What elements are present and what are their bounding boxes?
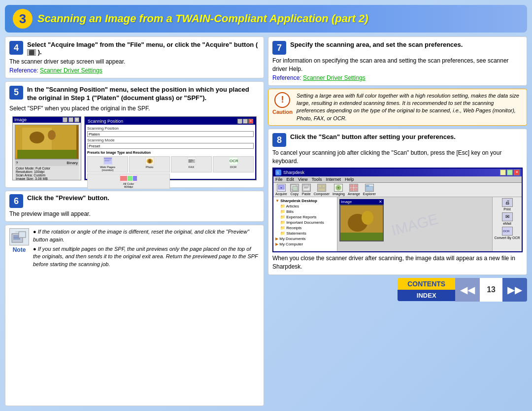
watermark-svg: IMAGE [387,200,485,249]
ocr-convert-icon: OCR [502,227,513,236]
step7-reference-link[interactable]: Scanner Driver Settings [303,74,366,81]
page-number: 13 [480,278,502,302]
svg-rect-42 [318,185,322,188]
sharpdesk-close[interactable]: ✕ [514,170,520,175]
sd-minimize[interactable]: _ [237,119,242,124]
step7-header: 7 Specify the scanning area, and set the… [272,41,523,55]
panel-print[interactable]: 🖨 Print [494,198,521,211]
svg-text:S: S [276,171,279,175]
sharpdesk-body: ▼ Sharpdesk Desktop 📁 Articles 📁 Bills 📁… [273,197,522,251]
photo-svg [145,157,154,165]
svg-rect-9 [104,161,109,161]
toolbar-composer[interactable]: Composer [314,184,330,196]
menu-edit[interactable]: Edit [287,177,295,182]
svg-rect-51 [350,188,353,191]
scan-icon-photo[interactable]: Photo [129,156,170,172]
svg-rect-16 [189,161,194,161]
menu-tools[interactable]: Tools [311,177,322,182]
toolbar-paste[interactable]: Paste [302,184,311,196]
index-button[interactable]: INDEX [398,290,455,301]
svg-rect-3 [17,150,76,159]
svg-rect-6 [104,159,112,164]
sharpdesk-titlebar: S Sharpdesk _ □ ✕ [273,169,522,176]
step6-desc: The preview image will appear. [9,210,260,218]
sidebar-my-computer[interactable]: ▶ My Computer [274,241,336,247]
scan-icon-ocr[interactable]: OCR OCR [213,156,254,172]
toolbar-acquire[interactable]: Acquire [275,184,287,196]
svg-rect-15 [189,160,193,160]
menu-internet[interactable]: Internet [326,177,341,182]
ocr-svg: OCR [229,157,238,165]
preview-content: ? Binary Color Mode: Full Color Resoluti… [13,123,81,180]
svg-rect-23 [133,176,137,181]
position-input[interactable]: Platen [87,131,254,137]
mode-input[interactable]: Preset [87,143,254,149]
acquire-icon [277,184,286,192]
sharpdesk-main-area: Image ✕ [337,197,492,251]
scan-icon-allcolor[interactable]: All Color600dpi [87,173,170,189]
prev-page-button[interactable]: ◀◀ [455,278,480,302]
sidebar-articles[interactable]: 📁 Articles [274,204,336,209]
fax-svg [187,157,196,165]
sidebar-bills[interactable]: 📁 Bills [274,209,336,214]
svg-rect-52 [354,188,357,191]
step8-header: 8 Click the "Scan" button after setting … [272,133,523,147]
right-column: 7 Specify the scanning area, and set the… [268,36,527,406]
step7-number: 7 [272,41,286,55]
step4-desc: The scanner driver setup screen will app… [9,58,260,66]
svg-text:OCR: OCR [230,159,238,163]
toolbar-imaging[interactable]: Imaging [332,184,345,196]
sharpdesk-icon: S [275,170,281,175]
sidebar-important-docs[interactable]: 📁 Important Documents [274,220,336,225]
step8-title: Click the "Scan" button after setting yo… [290,133,456,141]
sharpdesk-menubar: File Edit View Tools Internet Help [273,176,522,183]
mode-label: Scanning Mode [87,138,254,142]
next-page-button[interactable]: ▶▶ [502,278,527,302]
svg-rect-7 [104,158,112,159]
scan-icon-webpages[interactable]: Web Pages(monitor) [87,156,128,172]
sidebar-expense-reports[interactable]: 📁 Expense Reports [274,214,336,220]
menu-view[interactable]: View [298,177,307,182]
svg-rect-59 [340,233,384,241]
panel-email[interactable]: ✉ eMail [494,212,521,225]
scan-icon-fax[interactable]: FAX [171,156,212,172]
maximize-btn[interactable]: □ [68,117,73,122]
toolbar-arrange[interactable]: Arrange [348,184,360,196]
note-icon-area: Note [9,228,29,403]
sd-close[interactable]: ✕ [248,119,253,124]
toolbar-explorer[interactable]: Explorer [363,184,376,196]
panel-convert-ocr[interactable]: OCR Convert By OCR [494,227,521,240]
toolbar-copy[interactable]: Copy [290,184,299,196]
step4-number: 4 [9,41,23,55]
svg-rect-36 [293,186,298,191]
caution-icon-area: ! Caution [272,92,293,123]
scan-dialog-titlebar: Scanning Position _ □ ✕ [86,118,255,125]
menu-help[interactable]: Help [345,177,354,182]
sd-maximize[interactable]: □ [243,119,248,124]
copy-icon [290,184,299,192]
page-title: Scanning an Image from a TWAIN-Compliant… [37,12,368,25]
svg-rect-22 [128,176,133,181]
svg-rect-17 [189,162,192,162]
svg-rect-39 [304,187,309,187]
sidebar-receipts[interactable]: 📁 Receipts [274,225,336,231]
close-btn[interactable]: ✕ [74,117,79,122]
step5-desc: Select "SPF" when you placed the origina… [9,104,260,113]
step4-reference-link[interactable]: Scanner Driver Settings [40,67,102,74]
minimize-btn[interactable]: _ [63,117,67,122]
sharpdesk-maximize[interactable]: □ [507,170,513,175]
caution-block: ! Caution Setting a large area with full… [268,89,527,126]
preview-info: Color Mode: Full Color Resolution: 100dp… [15,166,79,180]
contents-button[interactable]: CONTENTS [398,278,455,290]
svg-point-58 [362,211,373,225]
bottom-navigation: CONTENTS INDEX ◀◀ 13 ▶▶ [268,278,527,302]
step7-block: 7 Specify the scanning area, and set the… [268,36,527,86]
sharpdesk-minimize[interactable]: _ [500,170,506,175]
sidebar-my-documents[interactable]: ▶ My Documents [274,236,336,241]
svg-rect-43 [322,185,325,188]
sidebar-statements[interactable]: 📁 Statements [274,231,336,236]
sidebar-sharpdesk-desktop[interactable]: ▼ Sharpdesk Desktop [274,198,336,204]
svg-rect-49 [350,185,353,187]
menu-file[interactable]: File [275,177,283,182]
step5-screenshots: Image _ □ ✕ [9,113,260,183]
